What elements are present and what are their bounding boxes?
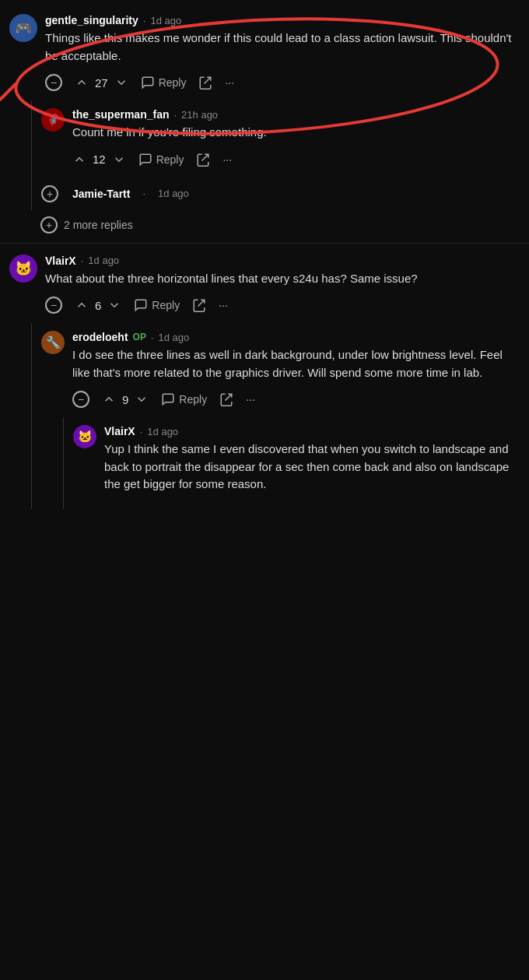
vote-count-c2: 6 xyxy=(95,299,101,312)
comment-text-c2r1r1: Yup I think the same I even discovered t… xyxy=(104,441,520,494)
more-btn-c1r1[interactable]: ··· xyxy=(222,150,232,169)
comment-c2r1r1: 🐱 VlairX · 1d ago Yup I think the same I… xyxy=(64,417,529,509)
timestamp-c2: 1d ago xyxy=(88,255,119,266)
reply-icon-c1 xyxy=(141,76,155,90)
reply-label-c2: Reply xyxy=(152,299,180,311)
reply-btn-c1[interactable]: Reply xyxy=(141,72,187,93)
reply-label-c1: Reply xyxy=(159,76,187,89)
timestamp-c2r1: 1d ago xyxy=(159,332,190,343)
comment-thread: 🎮 gentle_singularity · 1d ago Things lik… xyxy=(0,0,529,515)
share-icon-c2 xyxy=(192,298,206,312)
reply-label-c1r1: Reply xyxy=(156,153,184,166)
downvote-icon-c2r1 xyxy=(135,392,149,406)
downvote-btn-c2r1[interactable] xyxy=(135,389,149,409)
svg-line-3 xyxy=(202,154,208,160)
vote-count-c2r1: 9 xyxy=(122,393,128,406)
comment-header-c2r1: erodeloeht OP · 1d ago xyxy=(72,331,520,343)
expand-more-btn-c1[interactable]: + xyxy=(40,216,58,234)
upvote-btn-c1r1[interactable] xyxy=(72,149,86,170)
vote-group-c2: 6 xyxy=(75,295,121,315)
username-c1r2: Jamie-Tartt xyxy=(72,188,130,200)
more-replies-c1[interactable]: + 2 more replies xyxy=(0,210,529,240)
comment-header-c2r1r1: VlairX · 1d ago xyxy=(104,425,520,437)
comment-text-c1r1: Count me in if you're filing something. xyxy=(72,124,520,142)
more-btn-c2r1[interactable]: ··· xyxy=(246,390,255,409)
share-btn-c1[interactable] xyxy=(198,72,212,93)
upvote-btn-c2r1[interactable] xyxy=(102,389,116,409)
username-c2: VlairX xyxy=(45,255,76,267)
downvote-btn-c2[interactable] xyxy=(107,295,121,315)
downvote-icon-c1r1 xyxy=(112,153,126,167)
collapse-btn-c2r1[interactable]: − xyxy=(72,391,89,408)
share-icon-c1r1 xyxy=(196,153,210,167)
comment-c2r1: 🔧 erodeloeht OP · 1d ago I do see the th… xyxy=(32,323,529,417)
downvote-btn-c1[interactable] xyxy=(114,72,128,93)
more-replies-label-c1: 2 more replies xyxy=(64,219,133,231)
comment-c1r2-wrapper: + Jamie-Tartt · 1d ago xyxy=(31,177,529,210)
comment-text-c2: What about the three horizontal lines th… xyxy=(45,270,520,288)
comment-text-c1: Things like this makes me wonder if this… xyxy=(45,30,520,65)
username-c1: gentle_singularity xyxy=(45,14,138,26)
more-btn-c2[interactable]: ··· xyxy=(219,296,228,314)
username-c2r1: erodeloeht xyxy=(72,331,128,343)
timestamp-c1r1: 21h ago xyxy=(181,109,218,121)
comment-header-c2: VlairX · 1d ago xyxy=(45,255,520,267)
downvote-btn-c1r1[interactable] xyxy=(112,149,126,170)
op-badge-c2r1: OP xyxy=(133,332,146,342)
reply-btn-c1r1[interactable]: Reply xyxy=(138,149,184,170)
action-row-c2r1: − 9 Reply xyxy=(72,389,520,409)
collapse-btn-c2[interactable]: − xyxy=(45,297,62,314)
comment-body-c2r1: erodeloeht OP · 1d ago I do see the thre… xyxy=(72,331,520,409)
upvote-icon-c1r1 xyxy=(72,153,86,167)
comment-c2r1-wrapper: 🔧 erodeloeht OP · 1d ago I do see the th… xyxy=(31,323,529,509)
reply-icon-c2r1 xyxy=(161,392,175,406)
action-row-c2: − 6 Reply xyxy=(45,295,520,315)
comment-wrapper-c1: 🎮 gentle_singularity · 1d ago Things lik… xyxy=(0,6,529,240)
comment-header-c1: gentle_singularity · 1d ago xyxy=(45,14,520,26)
svg-line-4 xyxy=(198,300,205,306)
vote-group-c2r1: 9 xyxy=(102,389,149,409)
upvote-icon-c1 xyxy=(75,76,89,90)
share-btn-c2[interactable] xyxy=(192,295,206,315)
downvote-icon-c1 xyxy=(114,76,128,90)
comment-body-c1r1: the_superman_fan · 21h ago Count me in i… xyxy=(72,108,520,170)
upvote-btn-c2[interactable] xyxy=(75,295,89,315)
comment-c2: 🐱 VlairX · 1d ago What about the three h… xyxy=(0,247,529,324)
comment-body-c1: gentle_singularity · 1d ago Things like … xyxy=(45,14,520,93)
vote-group-c1: 27 xyxy=(75,72,128,93)
more-btn-c1[interactable]: ··· xyxy=(225,73,234,92)
svg-line-2 xyxy=(205,77,211,83)
reply-btn-c2[interactable]: Reply xyxy=(134,295,180,315)
upvote-btn-c1[interactable] xyxy=(75,72,89,93)
share-btn-c1r1[interactable] xyxy=(196,149,210,170)
comment-body-c2: VlairX · 1d ago What about the three hor… xyxy=(45,255,520,316)
upvote-icon-c2 xyxy=(75,298,89,312)
timestamp-c1: 1d ago xyxy=(150,15,181,26)
avatar-c1r1: 🦸 xyxy=(41,108,65,132)
divider-1 xyxy=(0,243,529,244)
action-row-c1r1: 12 Reply ··· xyxy=(72,149,520,170)
comment-body-c2r1r1: VlairX · 1d ago Yup I think the same I e… xyxy=(104,425,520,501)
action-row-c1: − 27 Reply xyxy=(45,72,520,93)
comment-header-c1r1: the_superman_fan · 21h ago xyxy=(72,108,520,121)
vote-count-c1r1: 12 xyxy=(93,153,106,166)
comment-wrapper-c2: 🐱 VlairX · 1d ago What about the three h… xyxy=(0,247,529,509)
vote-group-c1r1: 12 xyxy=(72,149,126,170)
reply-icon-c1r1 xyxy=(138,153,152,167)
collapse-btn-c1[interactable]: − xyxy=(45,74,62,91)
comment-c1r1-wrapper: 🦸 the_superman_fan · 21h ago Count me in… xyxy=(31,100,529,177)
username-c1r1: the_superman_fan xyxy=(72,108,169,121)
comment-text-c2r1: I do see the three lines as well in dark… xyxy=(72,346,520,381)
avatar-c2r1r1: 🐱 xyxy=(73,425,96,448)
expand-btn-c1r2[interactable]: + xyxy=(41,185,58,202)
svg-line-5 xyxy=(226,394,232,400)
downvote-icon-c2 xyxy=(107,298,121,312)
share-btn-c2r1[interactable] xyxy=(219,389,233,409)
username-c2r1r1: VlairX xyxy=(104,425,135,437)
comment-c2r1r1-wrapper: 🐱 VlairX · 1d ago Yup I think the same I… xyxy=(63,417,529,509)
share-icon-c1 xyxy=(198,76,212,90)
reply-btn-c2r1[interactable]: Reply xyxy=(161,389,207,409)
avatar-c1: 🎮 xyxy=(9,14,37,42)
timestamp-c1r2: 1d ago xyxy=(158,188,189,199)
reply-label-c2r1: Reply xyxy=(179,393,207,406)
